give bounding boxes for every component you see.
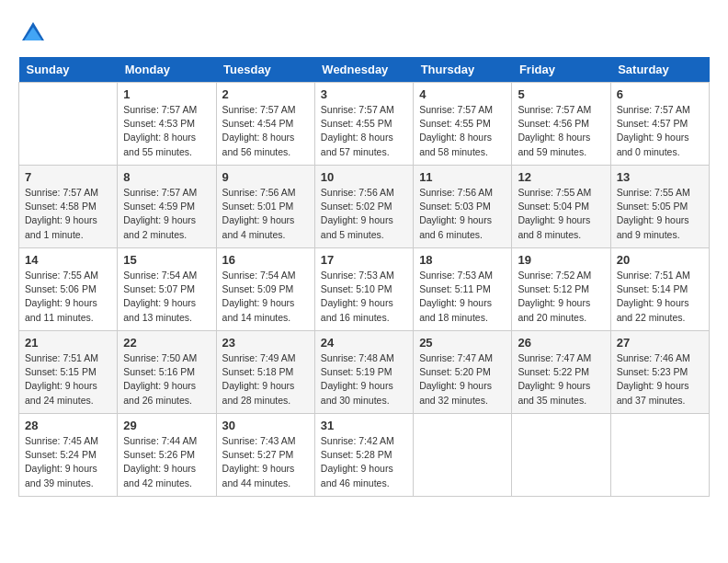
day-info: Sunrise: 7:57 AM Sunset: 4:58 PM Dayligh… xyxy=(25,186,111,242)
day-number: 27 xyxy=(617,336,703,350)
day-number: 14 xyxy=(25,253,111,267)
day-info: Sunrise: 7:55 AM Sunset: 5:04 PM Dayligh… xyxy=(518,186,604,242)
day-info: Sunrise: 7:51 AM Sunset: 5:14 PM Dayligh… xyxy=(617,269,703,325)
day-number: 28 xyxy=(25,419,111,432)
week-row-5: 28Sunrise: 7:45 AM Sunset: 5:24 PM Dayli… xyxy=(19,414,710,497)
day-info: Sunrise: 7:52 AM Sunset: 5:12 PM Dayligh… xyxy=(518,269,604,325)
calendar-cell: 9Sunrise: 7:56 AM Sunset: 5:01 PM Daylig… xyxy=(216,166,314,248)
day-number: 5 xyxy=(518,87,604,101)
day-number: 17 xyxy=(321,253,407,267)
calendar-cell: 1Sunrise: 7:57 AM Sunset: 4:53 PM Daylig… xyxy=(118,83,216,166)
calendar-cell: 14Sunrise: 7:55 AM Sunset: 5:06 PM Dayli… xyxy=(19,248,118,331)
day-info: Sunrise: 7:57 AM Sunset: 4:55 PM Dayligh… xyxy=(419,103,506,159)
calendar-cell: 21Sunrise: 7:51 AM Sunset: 5:15 PM Dayli… xyxy=(19,331,118,414)
weekday-header-sunday: Sunday xyxy=(19,57,118,83)
calendar-cell: 30Sunrise: 7:43 AM Sunset: 5:27 PM Dayli… xyxy=(216,414,314,497)
day-info: Sunrise: 7:53 AM Sunset: 5:10 PM Dayligh… xyxy=(321,269,407,325)
day-number: 15 xyxy=(123,253,210,267)
day-number: 10 xyxy=(321,170,407,184)
calendar-cell: 2Sunrise: 7:57 AM Sunset: 4:54 PM Daylig… xyxy=(216,83,314,166)
calendar-table: SundayMondayTuesdayWednesdayThursdayFrid… xyxy=(18,57,710,497)
day-info: Sunrise: 7:57 AM Sunset: 4:54 PM Dayligh… xyxy=(222,103,309,159)
day-number: 12 xyxy=(518,170,604,184)
day-number: 24 xyxy=(321,336,407,350)
calendar-cell: 6Sunrise: 7:57 AM Sunset: 4:57 PM Daylig… xyxy=(610,83,709,166)
day-number: 18 xyxy=(419,253,506,267)
day-number: 16 xyxy=(222,253,309,267)
day-number: 4 xyxy=(419,87,506,101)
day-info: Sunrise: 7:54 AM Sunset: 5:07 PM Dayligh… xyxy=(123,269,210,325)
day-info: Sunrise: 7:47 AM Sunset: 5:22 PM Dayligh… xyxy=(518,351,604,408)
day-info: Sunrise: 7:44 AM Sunset: 5:26 PM Dayligh… xyxy=(123,434,210,490)
calendar-cell: 26Sunrise: 7:47 AM Sunset: 5:22 PM Dayli… xyxy=(512,331,610,414)
calendar-cell: 3Sunrise: 7:57 AM Sunset: 4:55 PM Daylig… xyxy=(314,83,413,166)
calendar-cell: 8Sunrise: 7:57 AM Sunset: 4:59 PM Daylig… xyxy=(118,166,216,248)
calendar-cell: 19Sunrise: 7:52 AM Sunset: 5:12 PM Dayli… xyxy=(512,248,610,331)
day-number: 25 xyxy=(419,336,506,350)
day-info: Sunrise: 7:48 AM Sunset: 5:19 PM Dayligh… xyxy=(321,351,407,408)
calendar-cell: 11Sunrise: 7:56 AM Sunset: 5:03 PM Dayli… xyxy=(414,166,512,248)
page-header xyxy=(18,18,710,48)
logo xyxy=(18,18,53,48)
day-number: 11 xyxy=(419,170,506,184)
calendar-cell: 27Sunrise: 7:46 AM Sunset: 5:23 PM Dayli… xyxy=(610,331,709,414)
day-info: Sunrise: 7:49 AM Sunset: 5:18 PM Dayligh… xyxy=(222,351,309,408)
day-info: Sunrise: 7:56 AM Sunset: 5:03 PM Dayligh… xyxy=(419,186,506,242)
calendar-cell: 17Sunrise: 7:53 AM Sunset: 5:10 PM Dayli… xyxy=(314,248,413,331)
calendar-cell: 20Sunrise: 7:51 AM Sunset: 5:14 PM Dayli… xyxy=(610,248,709,331)
day-info: Sunrise: 7:55 AM Sunset: 5:05 PM Dayligh… xyxy=(617,186,703,242)
day-info: Sunrise: 7:56 AM Sunset: 5:02 PM Dayligh… xyxy=(321,186,407,242)
calendar-cell: 23Sunrise: 7:49 AM Sunset: 5:18 PM Dayli… xyxy=(216,331,314,414)
calendar-cell: 18Sunrise: 7:53 AM Sunset: 5:11 PM Dayli… xyxy=(414,248,512,331)
day-info: Sunrise: 7:56 AM Sunset: 5:01 PM Dayligh… xyxy=(222,186,309,242)
day-number: 22 xyxy=(123,336,210,350)
calendar-cell xyxy=(610,414,709,497)
calendar-cell: 31Sunrise: 7:42 AM Sunset: 5:28 PM Dayli… xyxy=(314,414,413,497)
day-info: Sunrise: 7:53 AM Sunset: 5:11 PM Dayligh… xyxy=(419,269,506,325)
week-row-3: 14Sunrise: 7:55 AM Sunset: 5:06 PM Dayli… xyxy=(19,248,710,331)
day-info: Sunrise: 7:42 AM Sunset: 5:28 PM Dayligh… xyxy=(321,434,407,490)
calendar-cell: 29Sunrise: 7:44 AM Sunset: 5:26 PM Dayli… xyxy=(118,414,216,497)
weekday-header-thursday: Thursday xyxy=(414,57,512,83)
day-info: Sunrise: 7:46 AM Sunset: 5:23 PM Dayligh… xyxy=(617,351,703,408)
day-info: Sunrise: 7:57 AM Sunset: 4:55 PM Dayligh… xyxy=(321,103,407,159)
day-info: Sunrise: 7:57 AM Sunset: 4:56 PM Dayligh… xyxy=(518,103,604,159)
day-number: 26 xyxy=(518,336,604,350)
weekday-header-monday: Monday xyxy=(118,57,216,83)
calendar-cell xyxy=(512,414,610,497)
calendar-cell: 25Sunrise: 7:47 AM Sunset: 5:20 PM Dayli… xyxy=(414,331,512,414)
calendar-cell: 12Sunrise: 7:55 AM Sunset: 5:04 PM Dayli… xyxy=(512,166,610,248)
day-info: Sunrise: 7:54 AM Sunset: 5:09 PM Dayligh… xyxy=(222,269,309,325)
logo-icon xyxy=(18,18,48,48)
calendar-cell: 28Sunrise: 7:45 AM Sunset: 5:24 PM Dayli… xyxy=(19,414,118,497)
day-number: 20 xyxy=(617,253,703,267)
calendar-cell: 10Sunrise: 7:56 AM Sunset: 5:02 PM Dayli… xyxy=(314,166,413,248)
day-number: 31 xyxy=(321,419,407,432)
calendar-cell: 22Sunrise: 7:50 AM Sunset: 5:16 PM Dayli… xyxy=(118,331,216,414)
day-number: 7 xyxy=(25,170,111,184)
day-number: 23 xyxy=(222,336,309,350)
day-info: Sunrise: 7:57 AM Sunset: 4:53 PM Dayligh… xyxy=(123,103,210,159)
day-info: Sunrise: 7:57 AM Sunset: 4:59 PM Dayligh… xyxy=(123,186,210,242)
weekday-header-friday: Friday xyxy=(512,57,610,83)
calendar-cell: 15Sunrise: 7:54 AM Sunset: 5:07 PM Dayli… xyxy=(118,248,216,331)
day-info: Sunrise: 7:45 AM Sunset: 5:24 PM Dayligh… xyxy=(25,434,111,490)
day-number: 30 xyxy=(222,419,309,432)
weekday-header-tuesday: Tuesday xyxy=(216,57,314,83)
weekday-header-row: SundayMondayTuesdayWednesdayThursdayFrid… xyxy=(19,57,710,83)
day-number: 1 xyxy=(123,87,210,101)
day-info: Sunrise: 7:51 AM Sunset: 5:15 PM Dayligh… xyxy=(25,351,111,408)
calendar-cell: 4Sunrise: 7:57 AM Sunset: 4:55 PM Daylig… xyxy=(414,83,512,166)
calendar-cell: 13Sunrise: 7:55 AM Sunset: 5:05 PM Dayli… xyxy=(610,166,709,248)
calendar-cell xyxy=(19,83,118,166)
day-number: 6 xyxy=(617,87,703,101)
calendar-cell: 5Sunrise: 7:57 AM Sunset: 4:56 PM Daylig… xyxy=(512,83,610,166)
week-row-2: 7Sunrise: 7:57 AM Sunset: 4:58 PM Daylig… xyxy=(19,166,710,248)
day-number: 2 xyxy=(222,87,309,101)
day-number: 13 xyxy=(617,170,703,184)
day-number: 19 xyxy=(518,253,604,267)
calendar-cell: 7Sunrise: 7:57 AM Sunset: 4:58 PM Daylig… xyxy=(19,166,118,248)
week-row-4: 21Sunrise: 7:51 AM Sunset: 5:15 PM Dayli… xyxy=(19,331,710,414)
day-number: 3 xyxy=(321,87,407,101)
day-number: 8 xyxy=(123,170,210,184)
